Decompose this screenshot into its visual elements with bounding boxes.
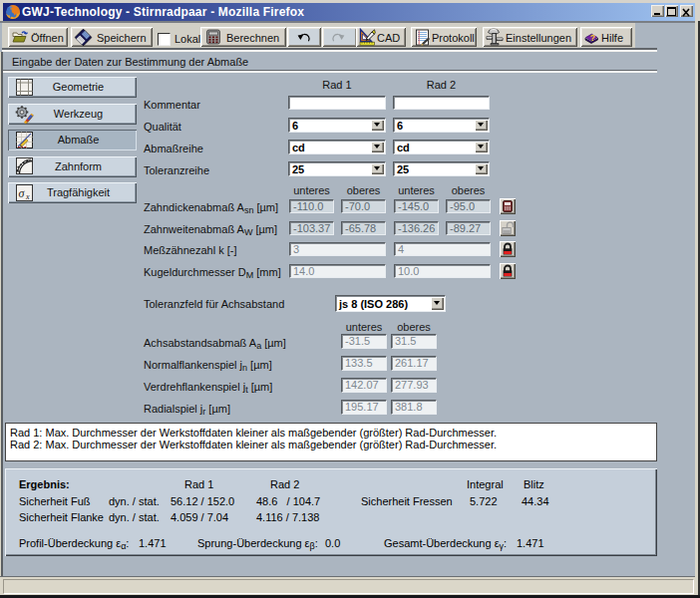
svg-text:?: ? — [590, 33, 595, 43]
svg-text:x: x — [25, 192, 30, 201]
